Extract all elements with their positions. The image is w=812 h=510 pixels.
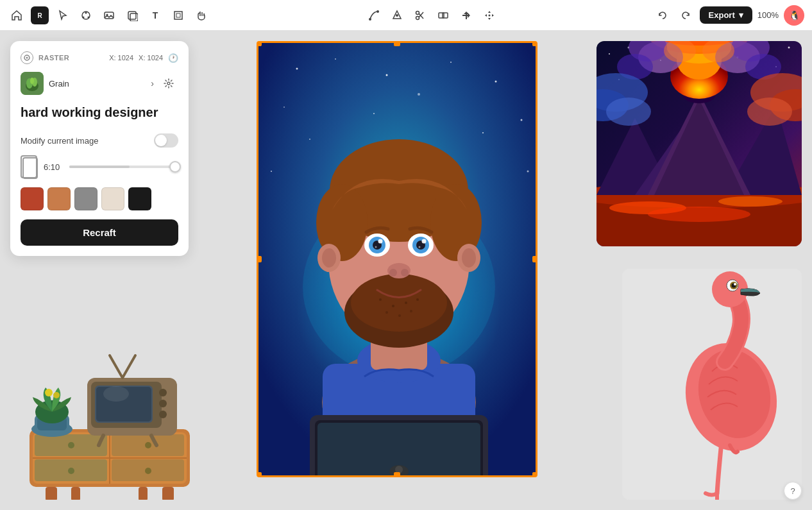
svg-point-73: [375, 246, 377, 248]
svg-rect-143: [35, 434, 107, 456]
scissors-tool-button[interactable]: [411, 6, 429, 24]
svg-point-60: [405, 302, 407, 304]
filter-expand-icon[interactable]: ›: [151, 78, 154, 89]
toolbar-right: Export ▾ 100% 🐧: [654, 5, 804, 26]
svg-rect-148: [71, 487, 80, 500]
svg-point-61: [416, 298, 419, 301]
svg-point-165: [45, 389, 53, 396]
filter-settings-button[interactable]: [159, 74, 178, 93]
svg-point-29: [30, 78, 34, 84]
frame-tool-button[interactable]: [169, 6, 187, 24]
svg-point-64: [410, 310, 412, 312]
modify-label: Modify current image: [21, 136, 98, 146]
undo-button[interactable]: [654, 6, 672, 24]
svg-rect-8: [128, 12, 136, 19]
swatch-black[interactable]: [128, 187, 151, 210]
svg-point-4: [88, 16, 90, 18]
blend-tool-button[interactable]: [434, 6, 452, 24]
image-tool-button[interactable]: [100, 6, 118, 24]
svg-rect-147: [46, 487, 57, 500]
fill-tool-button[interactable]: [388, 6, 406, 24]
center-tools: [216, 6, 648, 24]
svg-rect-145: [112, 434, 184, 456]
svg-point-44: [527, 171, 529, 173]
svg-point-59: [392, 305, 394, 307]
flamingo-svg: [622, 269, 802, 500]
svg-point-45: [271, 171, 272, 172]
layers-tool-button[interactable]: [123, 6, 141, 24]
export-button[interactable]: Export ▾: [700, 6, 752, 24]
svg-point-42: [418, 93, 420, 96]
coord-y: X: 1024: [139, 54, 163, 62]
raster-icon: [21, 51, 33, 64]
svg-point-160: [159, 411, 167, 418]
ratio-slider[interactable]: [69, 166, 178, 168]
svg-text:R: R: [37, 12, 42, 19]
selection-handle-bm[interactable]: [394, 472, 400, 477]
color-swatches: [21, 187, 178, 210]
svg-point-41: [482, 132, 484, 133]
svg-rect-9: [130, 13, 138, 21]
flamingo-image[interactable]: [622, 269, 802, 500]
svg-point-71: [378, 239, 383, 244]
swatch-gray[interactable]: [74, 187, 97, 210]
prompt-text[interactable]: hard working designer: [21, 104, 178, 121]
top-toolbar: R T: [0, 0, 812, 31]
transform-tool-button[interactable]: [457, 6, 475, 24]
svg-text:T: T: [153, 10, 158, 21]
svg-rect-11: [174, 12, 182, 19]
svg-point-77: [401, 269, 409, 276]
vector-tool-button[interactable]: [77, 6, 95, 24]
svg-point-126: [747, 98, 792, 126]
chevron-down-icon: ▾: [739, 10, 743, 20]
redo-button[interactable]: [677, 6, 695, 24]
retro-tv-image[interactable]: [10, 317, 209, 500]
svg-point-37: [495, 81, 497, 83]
aspect-ratio-icon: [21, 155, 37, 178]
recraft-button[interactable]: Recraft: [21, 219, 178, 246]
selection-handle-tm[interactable]: [394, 41, 400, 46]
swatch-beige[interactable]: [101, 187, 124, 210]
text-tool-button[interactable]: T: [146, 6, 164, 24]
main-portrait-image[interactable]: [257, 41, 537, 477]
portrait-svg: [258, 43, 537, 477]
svg-rect-150: [162, 487, 174, 500]
ratio-slider-knob[interactable]: [169, 161, 181, 173]
user-avatar[interactable]: 🐧: [784, 5, 804, 26]
selection-handle-tr[interactable]: [532, 41, 537, 46]
svg-rect-20: [439, 13, 444, 18]
home-button[interactable]: [8, 6, 26, 24]
filter-row: Grain ›: [21, 72, 178, 95]
selection-handle-mr[interactable]: [532, 256, 537, 262]
modify-toggle[interactable]: [154, 133, 178, 148]
svg-rect-146: [112, 459, 184, 481]
selection-handle-ml[interactable]: [257, 256, 262, 262]
selection-handle-br[interactable]: [532, 472, 537, 477]
svg-rect-149: [139, 487, 148, 500]
svg-point-35: [386, 74, 388, 76]
select-tool-button[interactable]: [54, 6, 72, 24]
help-button[interactable]: ?: [784, 482, 802, 500]
swatch-orange-brown[interactable]: [47, 187, 71, 210]
zoom-level: 100%: [757, 10, 779, 20]
svg-point-72: [422, 239, 427, 244]
volcano-image[interactable]: [596, 41, 802, 246]
hand-tool-button[interactable]: [192, 6, 210, 24]
swatch-dark-red[interactable]: [21, 187, 44, 210]
svg-point-134: [734, 283, 736, 285]
history-icon[interactable]: 🕐: [168, 53, 178, 63]
pen-tool-button[interactable]: R: [31, 6, 49, 24]
svg-point-13: [369, 18, 371, 21]
curve-tool-button[interactable]: [365, 6, 383, 24]
svg-point-76: [389, 269, 397, 276]
svg-point-15: [396, 14, 398, 17]
svg-point-123: [606, 98, 651, 126]
svg-point-22: [489, 14, 491, 16]
svg-point-14: [376, 10, 379, 13]
selection-handle-bl[interactable]: [257, 472, 262, 477]
selection-handle-tl[interactable]: [257, 41, 262, 46]
svg-point-81: [462, 248, 476, 268]
move-tool-button[interactable]: [480, 6, 498, 24]
svg-point-5: [83, 16, 85, 18]
panel-header: RASTER X: 1024 X: 1024 🕐: [21, 51, 178, 64]
